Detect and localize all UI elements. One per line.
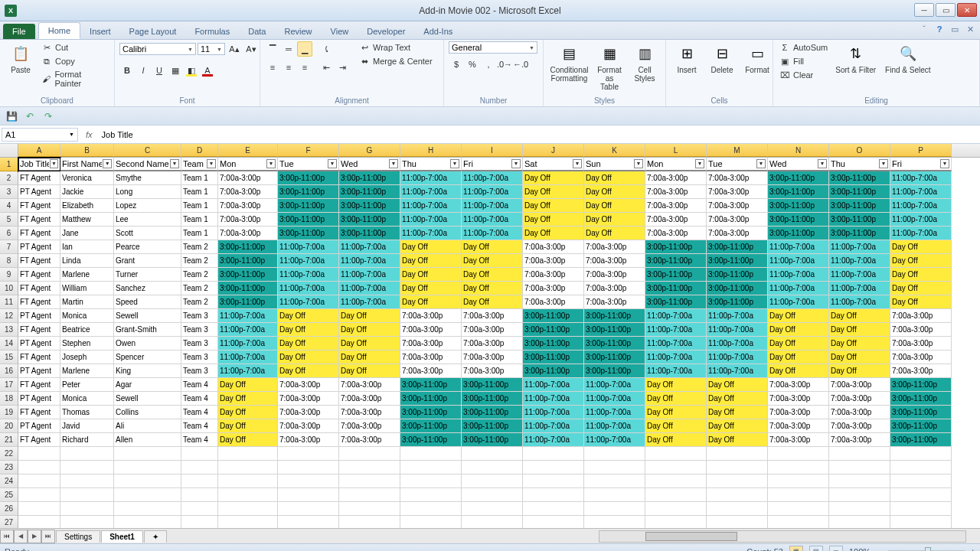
data-cell[interactable]: Marlene xyxy=(60,268,114,282)
shrink-font-button[interactable]: A▾ xyxy=(243,41,259,57)
empty-cell[interactable] xyxy=(278,474,339,488)
empty-cell[interactable] xyxy=(462,516,523,528)
shift-cell[interactable]: 3:00p-11:00p xyxy=(768,171,829,185)
data-cell[interactable]: Javid xyxy=(60,419,114,433)
data-cell[interactable]: Richard xyxy=(60,433,114,447)
shift-cell[interactable]: 3:00p-11:00p xyxy=(707,254,768,268)
shift-cell[interactable]: Day Off xyxy=(645,433,707,447)
empty-cell[interactable] xyxy=(707,461,768,474)
row-header[interactable]: 21 xyxy=(0,433,18,447)
shift-cell[interactable]: 3:00p-11:00p xyxy=(645,295,707,309)
shift-cell[interactable]: 3:00p-11:00p xyxy=(218,268,278,282)
shift-cell[interactable]: 11:00p-7:00a xyxy=(829,268,890,282)
empty-cell[interactable] xyxy=(768,488,829,502)
data-cell[interactable]: PT Agent xyxy=(18,337,60,350)
data-cell[interactable]: Ian xyxy=(60,240,114,254)
shift-cell[interactable]: 11:00p-7:00a xyxy=(278,282,339,295)
tab-data[interactable]: Data xyxy=(239,24,275,39)
shift-cell[interactable]: 7:00a-3:00p xyxy=(523,240,584,254)
header-cell[interactable]: Sat▼ xyxy=(523,158,584,171)
shift-cell[interactable]: 3:00p-11:00p xyxy=(584,364,645,378)
shift-cell[interactable]: 11:00p-7:00a xyxy=(890,185,952,199)
empty-cell[interactable] xyxy=(400,516,462,528)
shift-cell[interactable]: 11:00p-7:00a xyxy=(400,213,462,227)
empty-cell[interactable] xyxy=(114,502,181,516)
shift-cell[interactable]: 11:00p-7:00a xyxy=(400,185,462,199)
empty-cell[interactable] xyxy=(114,461,181,474)
shift-cell[interactable]: 3:00p-11:00p xyxy=(584,309,645,323)
row-header[interactable]: 2 xyxy=(0,171,18,185)
empty-cell[interactable] xyxy=(645,474,707,488)
align-middle-button[interactable]: ═ xyxy=(281,41,296,57)
empty-cell[interactable] xyxy=(339,488,400,502)
empty-cell[interactable] xyxy=(768,447,829,461)
empty-cell[interactable] xyxy=(60,488,114,502)
shift-cell[interactable]: Day Off xyxy=(278,337,339,350)
grid[interactable]: ABCDEFGHIJKLMNOP 12345678910111213141516… xyxy=(0,144,980,528)
empty-cell[interactable] xyxy=(278,516,339,528)
underline-button[interactable]: U xyxy=(152,63,167,78)
shift-cell[interactable]: 11:00p-7:00a xyxy=(523,378,584,392)
shift-cell[interactable]: 11:00p-7:00a xyxy=(278,240,339,254)
empty-cell[interactable] xyxy=(890,474,952,488)
shift-cell[interactable]: 3:00p-11:00p xyxy=(768,227,829,240)
filter-dropdown-icon[interactable]: ▼ xyxy=(695,159,704,168)
empty-cell[interactable] xyxy=(181,474,218,488)
empty-cell[interactable] xyxy=(18,447,60,461)
shift-cell[interactable]: 3:00p-11:00p xyxy=(400,406,462,419)
header-cell[interactable]: Tue▼ xyxy=(278,158,339,171)
shift-cell[interactable]: 7:00a-3:00p xyxy=(707,227,768,240)
row-header[interactable]: 7 xyxy=(0,240,18,254)
empty-cell[interactable] xyxy=(400,461,462,474)
shift-cell[interactable]: Day Off xyxy=(462,240,523,254)
shift-cell[interactable]: 7:00a-3:00p xyxy=(707,185,768,199)
empty-cell[interactable] xyxy=(707,447,768,461)
shift-cell[interactable]: 11:00p-7:00a xyxy=(707,309,768,323)
shift-cell[interactable]: 3:00p-11:00p xyxy=(339,227,400,240)
shift-cell[interactable]: 3:00p-11:00p xyxy=(339,171,400,185)
row-header[interactable]: 17 xyxy=(0,378,18,392)
shift-cell[interactable]: 7:00a-3:00p xyxy=(339,419,400,433)
shift-cell[interactable]: Day Off xyxy=(829,364,890,378)
align-right-button[interactable]: ≡ xyxy=(297,60,312,75)
shift-cell[interactable]: 3:00p-11:00p xyxy=(768,213,829,227)
data-cell[interactable]: William xyxy=(60,282,114,295)
empty-cell[interactable] xyxy=(339,447,400,461)
shift-cell[interactable]: 11:00p-7:00a xyxy=(462,199,523,213)
shift-cell[interactable]: 7:00a-3:00p xyxy=(400,350,462,364)
data-cell[interactable]: Smythe xyxy=(114,171,181,185)
shift-cell[interactable]: 11:00p-7:00a xyxy=(523,392,584,406)
shift-cell[interactable]: 11:00p-7:00a xyxy=(218,309,278,323)
shift-cell[interactable]: 3:00p-11:00p xyxy=(400,433,462,447)
window-restore-icon[interactable]: ▭ xyxy=(949,24,960,34)
horizontal-scrollbar[interactable] xyxy=(599,530,966,543)
shift-cell[interactable]: 11:00p-7:00a xyxy=(339,268,400,282)
percent-button[interactable]: % xyxy=(465,57,480,72)
data-cell[interactable]: Lee xyxy=(114,213,181,227)
sheet-nav-next[interactable]: ▶ xyxy=(28,530,41,543)
shift-cell[interactable]: 11:00p-7:00a xyxy=(400,171,462,185)
row-header[interactable]: 22 xyxy=(0,447,18,461)
shift-cell[interactable]: Day Off xyxy=(218,378,278,392)
row-header[interactable]: 10 xyxy=(0,282,18,295)
empty-cell[interactable] xyxy=(645,461,707,474)
data-cell[interactable]: PT Agent xyxy=(18,185,60,199)
border-button[interactable]: ▦ xyxy=(168,63,183,78)
shift-cell[interactable]: 3:00p-11:00p xyxy=(400,392,462,406)
empty-cell[interactable] xyxy=(278,502,339,516)
data-cell[interactable]: Owen xyxy=(114,337,181,350)
empty-cell[interactable] xyxy=(339,502,400,516)
shift-cell[interactable]: 3:00p-11:00p xyxy=(584,350,645,364)
shift-cell[interactable]: Day Off xyxy=(584,171,645,185)
shift-cell[interactable]: 3:00p-11:00p xyxy=(278,213,339,227)
empty-cell[interactable] xyxy=(60,516,114,528)
row-header[interactable]: 26 xyxy=(0,502,18,516)
merge-center-button[interactable]: ⬌Merge & Center xyxy=(358,55,434,67)
data-cell[interactable]: Team 1 xyxy=(181,227,218,240)
shift-cell[interactable]: 7:00a-3:00p xyxy=(890,337,952,350)
shift-cell[interactable]: 3:00p-11:00p xyxy=(462,433,523,447)
comma-button[interactable]: , xyxy=(481,57,496,72)
shift-cell[interactable]: 3:00p-11:00p xyxy=(278,171,339,185)
minimize-button[interactable]: ─ xyxy=(914,3,934,17)
empty-cell[interactable] xyxy=(60,447,114,461)
